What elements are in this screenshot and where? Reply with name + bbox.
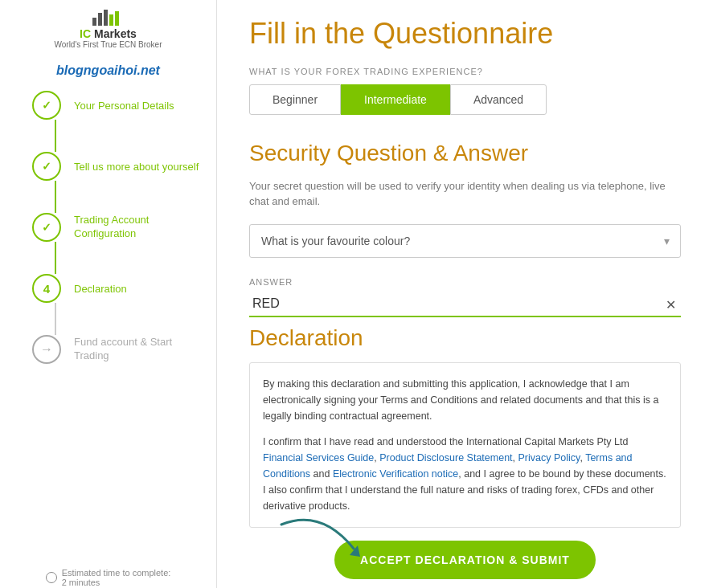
- declaration-paragraph-2: I confirm that I have read and understoo…: [263, 434, 667, 514]
- logo-area: IC Markets World's First True ECN Broker: [55, 8, 162, 49]
- intermediate-button[interactable]: Intermediate: [341, 84, 450, 115]
- pds-link[interactable]: Product Disclosure Statement: [379, 452, 512, 463]
- clear-answer-button[interactable]: ✕: [666, 296, 676, 312]
- advanced-button[interactable]: Advanced: [450, 84, 547, 115]
- declaration-title: Declaration: [249, 325, 681, 351]
- security-section: Security Question & Answer Your secret q…: [249, 139, 681, 316]
- svg-rect-1: [98, 13, 102, 26]
- step-connector-4: [55, 303, 56, 335]
- clock-icon: [46, 572, 57, 583]
- forex-section-label: WHAT IS YOUR FOREX TRADING EXPERIENCE?: [249, 67, 681, 76]
- answer-label: ANSWER: [249, 277, 681, 287]
- fsg-link[interactable]: Financial Services Guide: [263, 452, 374, 463]
- step-item-3: ✓ Trading AccountConfiguration: [32, 213, 149, 242]
- security-title: Security Question & Answer: [249, 139, 681, 168]
- privacy-link[interactable]: Privacy Policy: [518, 452, 580, 463]
- security-description: Your secret question will be used to ver…: [249, 178, 681, 210]
- step-circle-1: ✓: [32, 91, 61, 120]
- security-question-select[interactable]: What is your favourite colour? What is y…: [249, 224, 681, 258]
- submit-area: ACCEPT DECLARATION & SUBMIT: [249, 541, 681, 579]
- main-content: Fill in the Questionnaire WHAT IS YOUR F…: [217, 0, 713, 588]
- step-item-2: ✓ Tell us more about yourself: [32, 152, 199, 181]
- steps-list: ✓ Your Personal Details ✓ Tell us more a…: [0, 91, 216, 560]
- sidebar: IC Markets World's First True ECN Broker…: [0, 0, 217, 588]
- logo-icon: [92, 8, 123, 26]
- step-connector-1: [55, 120, 56, 152]
- step-circle-2: ✓: [32, 152, 61, 181]
- ev-link[interactable]: Electronic Verification notice: [333, 468, 458, 480]
- arrow-decoration: [273, 517, 370, 568]
- experience-buttons: Beginner Intermediate Advanced: [249, 84, 681, 115]
- step-circle-3: ✓: [32, 213, 61, 242]
- forex-experience-section: WHAT IS YOUR FOREX TRADING EXPERIENCE? B…: [249, 67, 681, 115]
- logo-subtitle: World's First True ECN Broker: [55, 40, 162, 49]
- svg-rect-3: [109, 14, 113, 26]
- step-label-3: Trading AccountConfiguration: [74, 214, 149, 241]
- step-label-4: Declaration: [74, 283, 127, 295]
- answer-input[interactable]: [249, 292, 681, 317]
- answer-input-wrapper: ✕: [249, 292, 681, 317]
- logo-brand: IC Markets: [80, 27, 137, 40]
- declaration-box: By making this declaration and submittin…: [249, 362, 681, 528]
- declaration-paragraph-1: By making this declaration and submittin…: [263, 376, 667, 424]
- step-connector-2: [55, 181, 56, 213]
- declaration-section: Declaration By making this declaration a…: [249, 325, 681, 579]
- step-item-4: 4 Declaration: [32, 274, 127, 303]
- svg-rect-0: [92, 18, 96, 26]
- page-title: Fill in the Questionnaire: [249, 16, 681, 51]
- svg-rect-2: [104, 10, 108, 26]
- submit-button[interactable]: ACCEPT DECLARATION & SUBMIT: [334, 541, 596, 579]
- step-label-2: Tell us more about yourself: [74, 161, 199, 173]
- estimated-time-text: Estimated time to complete: 2 minutes: [62, 568, 171, 587]
- blog-title: blogngoaihoi.net: [56, 63, 160, 78]
- step-circle-4: 4: [32, 274, 61, 303]
- svg-rect-4: [115, 11, 119, 26]
- step-circle-5: →: [32, 335, 61, 364]
- step-label-5: Fund account & StartTrading: [74, 336, 172, 363]
- step-connector-3: [55, 242, 56, 274]
- step-item-5: → Fund account & StartTrading: [32, 335, 172, 364]
- estimated-time: Estimated time to complete: 2 minutes: [30, 560, 187, 588]
- security-question-wrapper: What is your favourite colour? What is y…: [249, 224, 681, 258]
- step-item-1: ✓ Your Personal Details: [32, 91, 174, 120]
- beginner-button[interactable]: Beginner: [249, 84, 341, 115]
- step-label-1: Your Personal Details: [74, 100, 174, 112]
